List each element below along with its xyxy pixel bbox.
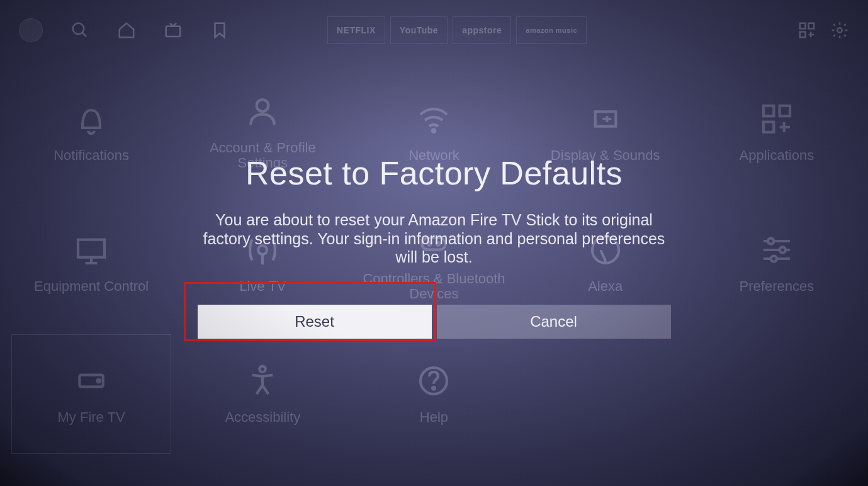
dialog-body: You are about to reset your Amazon Fire … [195,211,674,267]
cancel-button[interactable]: Cancel [437,305,671,339]
dialog-title: Reset to Factory Defaults [245,154,623,192]
reset-button[interactable]: Reset [198,305,432,339]
factory-reset-dialog: Reset to Factory Defaults You are about … [0,0,868,486]
